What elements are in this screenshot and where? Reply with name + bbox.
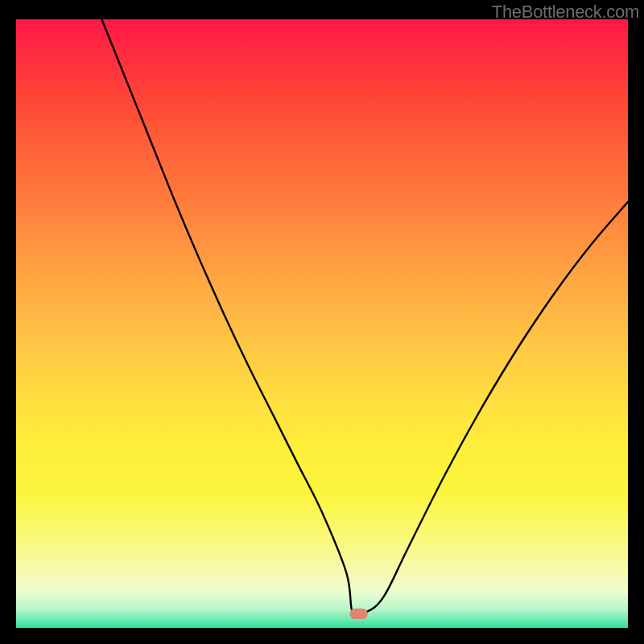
bottleneck-chart (16, 19, 628, 628)
chart-plot-area (16, 19, 628, 628)
watermark-text: TheBottleneck.com (492, 2, 639, 23)
bottleneck-curve (101, 19, 628, 617)
optimal-marker (350, 609, 368, 619)
